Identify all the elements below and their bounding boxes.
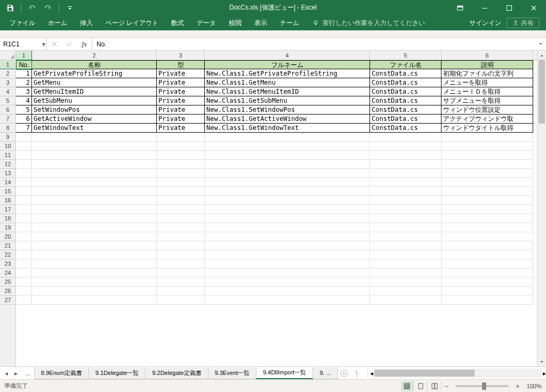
row-header[interactable]: 2 xyxy=(0,69,15,78)
empty-cell[interactable] xyxy=(205,214,370,223)
column-header[interactable]: 1 xyxy=(16,51,32,60)
empty-cell[interactable] xyxy=(441,223,533,232)
table-cell[interactable]: Private xyxy=(157,78,205,87)
row-header[interactable]: 18 xyxy=(0,214,15,223)
table-header-cell[interactable]: ファイル名 xyxy=(370,60,441,69)
empty-cell[interactable] xyxy=(157,178,205,187)
table-cell[interactable]: GetMenuItemID xyxy=(32,87,157,96)
tab-page-layout[interactable]: ページ レイアウト xyxy=(99,15,165,30)
tab-insert[interactable]: 挿入 xyxy=(74,15,99,30)
table-cell[interactable]: ConstData.cs xyxy=(370,69,441,78)
table-cell[interactable]: ConstData.cs xyxy=(370,78,441,87)
empty-cell[interactable] xyxy=(157,268,205,277)
row-header[interactable]: 22 xyxy=(0,250,15,259)
empty-cell[interactable] xyxy=(157,151,205,160)
empty-cell[interactable] xyxy=(370,160,441,169)
scrollbar-track[interactable] xyxy=(537,60,546,357)
zoom-slider[interactable] xyxy=(455,385,509,387)
empty-cell[interactable] xyxy=(441,169,533,178)
empty-cell[interactable] xyxy=(441,250,533,259)
empty-cell[interactable] xyxy=(205,142,370,151)
share-button[interactable]: 共有 xyxy=(507,18,540,28)
sheet-tab[interactable]: 9.3Event一覧 xyxy=(208,368,256,379)
empty-cell[interactable] xyxy=(157,142,205,151)
empty-cell[interactable] xyxy=(370,178,441,187)
empty-cell[interactable] xyxy=(205,196,370,205)
column-header[interactable]: 4 xyxy=(205,51,370,60)
empty-cell[interactable] xyxy=(370,151,441,160)
empty-cell[interactable] xyxy=(32,169,157,178)
table-cell[interactable]: Private xyxy=(157,105,205,115)
empty-cell[interactable] xyxy=(32,142,157,151)
empty-cell[interactable] xyxy=(205,151,370,160)
scroll-up-button[interactable] xyxy=(537,51,546,60)
empty-cell[interactable] xyxy=(441,232,533,241)
empty-cell[interactable] xyxy=(32,287,157,296)
empty-cell[interactable] xyxy=(205,232,370,241)
sheet-tab[interactable]: 9.4DllImport一覧 xyxy=(256,368,313,379)
signin-link[interactable]: サインイン xyxy=(464,15,507,30)
empty-cell[interactable] xyxy=(32,187,157,196)
tab-home[interactable]: ホーム xyxy=(42,15,74,30)
empty-cell[interactable] xyxy=(370,196,441,205)
page-layout-view-button[interactable] xyxy=(415,381,428,391)
scroll-right-button[interactable]: ▸ xyxy=(543,369,546,378)
table-header-cell[interactable]: 型 xyxy=(157,60,205,69)
empty-cell[interactable] xyxy=(441,178,533,187)
empty-cell[interactable] xyxy=(32,296,157,305)
tab-file[interactable]: ファイル xyxy=(3,15,42,30)
table-cell[interactable]: アクティブウィンドウ取 xyxy=(441,115,533,124)
table-cell[interactable]: SetWindowPos xyxy=(32,105,157,115)
empty-cell[interactable] xyxy=(370,250,441,259)
row-header[interactable]: 13 xyxy=(0,169,15,178)
empty-cell[interactable] xyxy=(32,160,157,169)
empty-cell[interactable] xyxy=(441,151,533,160)
empty-cell[interactable] xyxy=(441,241,533,250)
empty-cell[interactable] xyxy=(32,277,157,287)
row-header[interactable]: 9 xyxy=(0,133,15,142)
table-cell[interactable]: ウィンドウタイトル取得 xyxy=(441,124,533,133)
table-cell[interactable]: GetWindowText xyxy=(32,124,157,133)
table-cell[interactable]: 5 xyxy=(16,105,32,115)
tab-team[interactable]: チーム xyxy=(274,15,306,30)
empty-cell[interactable] xyxy=(16,151,32,160)
empty-cell[interactable] xyxy=(16,250,32,259)
cancel-formula-button[interactable] xyxy=(47,38,62,50)
row-header[interactable]: 26 xyxy=(0,287,15,296)
empty-cell[interactable] xyxy=(32,259,157,268)
empty-cell[interactable] xyxy=(32,196,157,205)
empty-cell[interactable] xyxy=(32,178,157,187)
table-cell[interactable]: 7 xyxy=(16,124,32,133)
empty-cell[interactable] xyxy=(205,250,370,259)
normal-view-button[interactable] xyxy=(401,381,414,391)
row-header[interactable]: 14 xyxy=(0,178,15,187)
table-cell[interactable]: ConstData.cs xyxy=(370,105,441,115)
scrollbar-thumb[interactable] xyxy=(374,370,475,377)
empty-cell[interactable] xyxy=(441,133,533,142)
empty-cell[interactable] xyxy=(32,133,157,142)
empty-cell[interactable] xyxy=(16,178,32,187)
zoom-in-button[interactable]: + xyxy=(514,382,521,390)
tell-me-search[interactable]: 実行したい作業を入力してください xyxy=(312,19,425,28)
redo-button[interactable] xyxy=(41,2,55,14)
qat-customize-button[interactable] xyxy=(63,2,77,14)
row-header[interactable]: 10 xyxy=(0,142,15,151)
empty-cell[interactable] xyxy=(370,287,441,296)
table-cell[interactable]: 1 xyxy=(16,69,32,78)
empty-cell[interactable] xyxy=(370,232,441,241)
empty-cell[interactable] xyxy=(157,205,205,214)
row-header[interactable]: 24 xyxy=(0,268,15,277)
scrollbar-thumb[interactable] xyxy=(539,60,545,124)
row-header[interactable]: 27 xyxy=(0,296,15,305)
tab-first-button[interactable]: ... xyxy=(22,370,34,377)
empty-cell[interactable] xyxy=(205,187,370,196)
sheet-tab[interactable]: 9.1Delegate一覧 xyxy=(89,368,146,379)
empty-cell[interactable] xyxy=(205,223,370,232)
row-header[interactable]: 15 xyxy=(0,187,15,196)
sheet-tab[interactable]: 9.2Delegate定義書 xyxy=(145,368,208,379)
empty-cell[interactable] xyxy=(157,214,205,223)
table-cell[interactable]: New.Class1.GetMenu xyxy=(205,78,370,87)
tab-next-button[interactable]: ▸ xyxy=(12,368,20,379)
insert-function-button[interactable]: fx xyxy=(77,38,92,50)
table-cell[interactable]: New.Class1.GetPrivateProfileString xyxy=(205,69,370,78)
